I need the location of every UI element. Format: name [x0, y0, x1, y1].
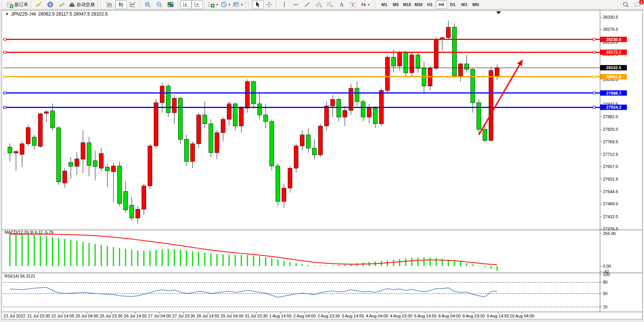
svg-text:2 Aug 23:30: 2 Aug 23:30: [317, 314, 340, 318]
svg-text:27988.7: 27988.7: [606, 91, 622, 95]
svg-text:27769.5: 27769.5: [603, 140, 618, 144]
svg-text:4 Aug 23:30: 4 Aug 23:30: [390, 314, 413, 318]
svg-text:27432.0: 27432.0: [603, 214, 618, 219]
svg-text:28330.5: 28330.5: [603, 15, 618, 19]
svg-text:22 Jul 14:55: 22 Jul 14:55: [51, 314, 74, 318]
svg-text:25 Jul 23:30: 25 Jul 23:30: [100, 314, 123, 318]
svg-text:28 Jul 14:55: 28 Jul 14:55: [196, 314, 219, 318]
svg-text:31 Jul 23:30: 31 Jul 23:30: [245, 314, 268, 318]
svg-text:28230.0: 28230.0: [606, 37, 622, 42]
svg-text:26 Jul 14:55: 26 Jul 14:55: [124, 314, 147, 318]
hline-27988.7[interactable]: 27988.7: [3, 90, 627, 96]
candlesticks: [8, 21, 499, 224]
svg-text:5 Aug 14:55: 5 Aug 14:55: [414, 314, 437, 318]
svg-text:8 Aug 04:00: 8 Aug 04:00: [438, 314, 461, 318]
svg-text:28061.8: 28061.8: [606, 75, 622, 79]
svg-text:28172.2: 28172.2: [606, 50, 622, 54]
svg-text:100: 100: [603, 272, 610, 277]
hline-27924.2[interactable]: 27924.2: [3, 105, 627, 110]
svg-text:21 Jul 23:30: 21 Jul 23:30: [27, 314, 50, 318]
chart-symbol-period: JPN225-,H4: [11, 11, 36, 17]
macd-panel: 255.060.00-42: [10, 231, 616, 274]
svg-text:80: 80: [603, 280, 607, 284]
svg-text:3 Aug 14:55: 3 Aug 14:55: [342, 314, 364, 318]
svg-text:27882.0: 27882.0: [603, 114, 618, 119]
svg-text:1 Aug 14:55: 1 Aug 14:55: [269, 314, 292, 318]
svg-text:9 Aug 14:55: 9 Aug 14:55: [487, 314, 509, 318]
price-axis: 28330.528275.028218.028162.528050.027937…: [600, 15, 618, 231]
svg-text:27376.5: 27376.5: [603, 227, 618, 231]
svg-text:21 Jul 2022: 21 Jul 2022: [4, 314, 26, 318]
time-axis: 21 Jul 202221 Jul 23:3022 Jul 14:5525 Ju…: [4, 312, 534, 319]
svg-text:4 Aug 04:00: 4 Aug 04:00: [366, 314, 388, 318]
svg-text:50: 50: [603, 291, 607, 296]
chart-canvas[interactable]: 28330.528275.028218.028162.528050.027937…: [0, 0, 644, 322]
hline-28061.8[interactable]: 28061.8: [3, 74, 627, 79]
svg-text:27825.0: 27825.0: [603, 127, 618, 132]
collapse-triangle-icon[interactable]: ▼: [5, 12, 9, 16]
svg-text:255.06: 255.06: [603, 231, 616, 236]
svg-text:29 Jul 04:00: 29 Jul 04:00: [221, 314, 244, 318]
svg-text:28275.0: 28275.0: [603, 27, 618, 32]
hline-28172.2[interactable]: 28172.2: [3, 49, 627, 55]
svg-text:27544.5: 27544.5: [603, 189, 618, 194]
svg-text:27601.5: 27601.5: [603, 177, 618, 181]
svg-text:27712.5: 27712.5: [603, 152, 618, 157]
rsi-indicator-label: RSI(14) 56.3121: [5, 274, 35, 278]
svg-text:27924.2: 27924.2: [606, 105, 622, 109]
svg-text:0.00: 0.00: [603, 264, 611, 268]
svg-text:27 Jul 04:00: 27 Jul 04:00: [148, 314, 171, 318]
svg-text:2 Aug 04:00: 2 Aug 04:00: [293, 314, 316, 318]
macd-indicator-label: MACD(12,26,9) 6.11 -5.79: [5, 230, 53, 235]
svg-text:27 Jul 23:30: 27 Jul 23:30: [172, 314, 195, 318]
rsi-panel: 100805015: [3, 272, 610, 309]
svg-text:28102.5: 28102.5: [606, 65, 622, 70]
hline-28102.5[interactable]: 28102.5: [3, 65, 627, 70]
svg-text:8 Aug 23:30: 8 Aug 23:30: [462, 314, 485, 318]
svg-text:10 Aug 04:00: 10 Aug 04:00: [510, 314, 534, 318]
svg-text:27489.0: 27489.0: [603, 201, 618, 206]
trend-arrow[interactable]: [479, 59, 523, 135]
svg-text:27657.0: 27657.0: [603, 164, 618, 169]
svg-text:15: 15: [603, 305, 607, 309]
panel-separators: [2, 11, 642, 312]
chart-title-bar: ▼ JPN225-,H4 28062.5 28117.5 28047.5 281…: [5, 11, 108, 17]
chart-shift-marker-icon[interactable]: [496, 11, 501, 14]
hline-28230.0[interactable]: 28230.0: [3, 37, 627, 42]
svg-text:25 Jul 04:00: 25 Jul 04:00: [76, 314, 99, 318]
chart-ohlc-values: 28062.5 28117.5 28047.5 28102.5: [38, 11, 108, 17]
